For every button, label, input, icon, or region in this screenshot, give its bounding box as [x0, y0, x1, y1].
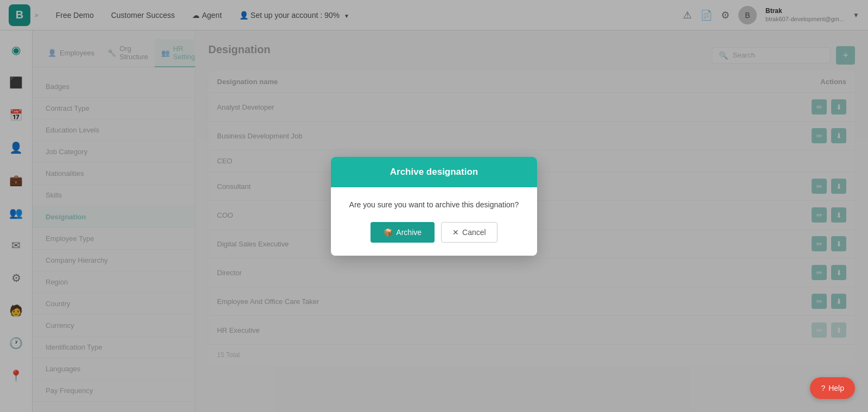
modal-overlay: Archive designation Are you sure you wan… [0, 0, 868, 412]
close-icon: ✕ [452, 228, 459, 237]
modal-archive-button[interactable]: 📦 Archive [371, 222, 435, 243]
modal-header: Archive designation [331, 157, 537, 187]
help-icon: ? [821, 384, 825, 392]
modal-message: Are you sure you want to archive this de… [349, 200, 519, 209]
modal-title: Archive designation [390, 167, 478, 177]
archive-modal: Archive designation Are you sure you wan… [331, 157, 537, 256]
archive-icon: 📦 [384, 228, 393, 237]
modal-cancel-button[interactable]: ✕ Cancel [441, 222, 497, 243]
help-button[interactable]: ? Help [810, 377, 855, 399]
modal-actions: 📦 Archive ✕ Cancel [331, 222, 537, 256]
modal-body: Are you sure you want to archive this de… [331, 187, 537, 222]
